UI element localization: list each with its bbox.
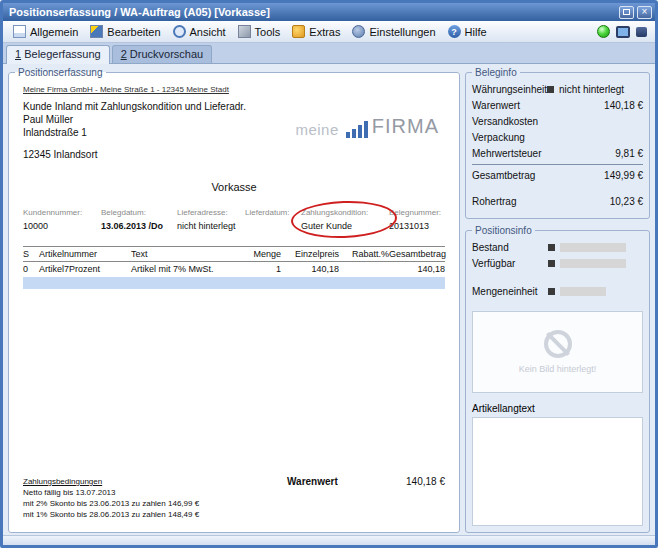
logo-text-firma: FIRMA [372, 115, 439, 138]
payment-terms-line: mit 1% Skonto bis 28.06.2013 zu zahlen 1… [23, 509, 253, 520]
field-belegnummer: Belegnummer: 20131013 [389, 208, 445, 232]
menu-tools[interactable]: Tools [232, 23, 287, 40]
menu-tools-label: Tools [255, 26, 281, 38]
tools-icon [238, 25, 251, 38]
field-lieferdatum: Lieferdatum: [245, 208, 301, 232]
indicator-square-icon [547, 86, 554, 93]
positionsinfo-legend: Positionsinfo [472, 225, 535, 236]
bestand-value-block [560, 243, 626, 252]
menu-allgemein-label: Allgemein [30, 26, 78, 38]
window-title: Positionserfassung / WA-Auftrag (A05) [V… [9, 6, 616, 18]
artikellangtext-box[interactable] [472, 417, 643, 526]
tab-belegerfassung[interactable]: 1 Belegerfassung [6, 45, 110, 64]
menu-einstellungen[interactable]: Einstellungen [346, 23, 441, 40]
pi-row-bestand: Bestand [472, 239, 643, 255]
positionserfassung-legend: Positionserfassung [15, 67, 106, 78]
positions-table: S Artikelnummer Text Menge Einzelpreis R… [23, 246, 445, 289]
positionserfassung-panel: Positionserfassung Meine Firma GmbH - Me… [8, 67, 460, 533]
field-kundennummer: Kundennummer: 10000 [23, 208, 101, 232]
restore-button[interactable] [619, 6, 634, 19]
menu-allgemein[interactable]: Allgemein [7, 23, 84, 40]
beleginfo-panel: Beleginfo Währungseinheit nicht hinterle… [465, 67, 650, 219]
tab-druckvorschau-label: 2 Druckvorschau [121, 48, 204, 60]
table-header-row: S Artikelnummer Text Menge Einzelpreis R… [23, 246, 445, 262]
footer-total-label: Warenwert [287, 476, 338, 487]
no-image-text: Kein Bild hinterlegt! [519, 364, 597, 374]
pi-row-mengeneinheit: Mengeneinheit [472, 283, 643, 299]
positionsinfo-panel: Positionsinfo Bestand Verfügbar Mengenei… [465, 225, 650, 533]
pi-row-verfuegbar: Verfügbar [472, 255, 643, 271]
payment-terms-line: Netto fällig bis 13.07.2013 [23, 487, 253, 498]
document-preview: Meine Firma GmbH - Meine Straße 1 - 1234… [15, 81, 453, 526]
bar-chart-logo-icon [346, 121, 368, 138]
payment-terms: Zahlungsbedingungen Netto fällig bis 13.… [23, 476, 253, 520]
info-row-versandkosten: Versandkosten [472, 113, 643, 129]
info-row-verpackung: Verpackung [472, 129, 643, 145]
menu-bearbeiten[interactable]: Bearbeiten [84, 23, 166, 40]
info-row-warenwert: Warenwert 140,18 € [472, 97, 643, 113]
info-row-mehrwertsteuer: Mehrwertsteuer 9,81 € [472, 145, 643, 161]
field-lieferadresse: Lieferadresse: nicht hinterlegt [177, 208, 245, 232]
footer-total-row: Warenwert 140,18 € [253, 476, 445, 487]
sender-line: Meine Firma GmbH - Meine Straße 1 - 1234… [23, 85, 445, 94]
device-icon[interactable] [636, 27, 647, 37]
recipient-line: Kunde Inland mit Zahlungskondition und L… [23, 100, 445, 113]
info-row-waehrungseinheit: Währungseinheit nicht hinterlegt [472, 81, 643, 97]
payment-terms-title: Zahlungsbedingungen [23, 476, 253, 487]
title-bar: Positionserfassung / WA-Auftrag (A05) [V… [3, 3, 655, 21]
app-window: Positionserfassung / WA-Auftrag (A05) [V… [0, 0, 658, 548]
field-zahlungskondition: Zahlungskondition: Guter Kunde [301, 208, 389, 232]
logo-text-meine: meine [295, 121, 338, 138]
settings-gear-icon [352, 25, 365, 38]
artikellangtext-label: Artikellangtext [472, 403, 643, 414]
recipient-line: 12345 Inlandsort [23, 148, 445, 161]
menu-extras-label: Extras [309, 26, 340, 38]
tab-bar: 1 Belegerfassung 2 Druckvorschau [3, 43, 655, 64]
no-image-icon [544, 330, 572, 358]
extras-icon [292, 25, 305, 38]
beleginfo-legend: Beleginfo [472, 67, 520, 78]
menu-bearbeiten-label: Bearbeiten [107, 26, 160, 38]
selected-empty-row[interactable] [23, 277, 445, 289]
article-image-box[interactable]: Kein Bild hinterlegt! [472, 311, 643, 393]
verfuegbar-value-block [560, 259, 626, 268]
close-button[interactable]: × [637, 6, 652, 19]
field-belegdatum: Belegdatum: 13.06.2013 /Do [101, 208, 177, 232]
toolbar-right [597, 25, 651, 38]
indicator-square-icon [548, 244, 555, 251]
view-icon [173, 25, 186, 38]
mengeneinheit-value-block [560, 287, 606, 296]
document-footer: Zahlungsbedingungen Netto fällig bis 13.… [23, 476, 445, 520]
form-icon [13, 25, 26, 38]
help-icon: ? [448, 25, 461, 38]
menu-ansicht[interactable]: Ansicht [167, 23, 232, 40]
indicator-square-icon [548, 260, 555, 267]
company-logo: meine FIRMA [295, 115, 439, 138]
info-row-gesamtbetrag: Gesamtbetrag 149,99 € [472, 164, 643, 183]
menu-einstellungen-label: Einstellungen [369, 26, 435, 38]
menu-hilfe-label: Hilfe [465, 26, 487, 38]
document-header-fields: Kundennummer: 10000 Belegdatum: 13.06.20… [23, 208, 445, 232]
main-content: Positionserfassung Meine Firma GmbH - Me… [3, 64, 655, 535]
tab-belegerfassung-label: 1 Belegerfassung [15, 48, 101, 60]
footer-total-value: 140,18 € [406, 476, 445, 487]
monitor-icon[interactable] [616, 26, 630, 38]
document-type: Vorkasse [23, 181, 445, 193]
table-row[interactable]: 0 Artikel7Prozent Artikel mit 7% MwSt. 1… [23, 262, 445, 276]
right-column: Beleginfo Währungseinheit nicht hinterle… [465, 67, 650, 533]
tab-druckvorschau[interactable]: 2 Druckvorschau [112, 45, 213, 63]
indicator-square-icon [548, 288, 555, 295]
payment-terms-line: mit 2% Skonto bis 23.06.2013 zu zahlen 1… [23, 498, 253, 509]
info-row-rohertrag: Rohertrag 10,23 € [472, 193, 643, 209]
status-bar [3, 535, 655, 545]
restore-icon [623, 9, 630, 15]
online-status-icon[interactable] [597, 25, 610, 38]
menu-ansicht-label: Ansicht [190, 26, 226, 38]
menu-hilfe[interactable]: ? Hilfe [442, 23, 493, 40]
menu-bar: Allgemein Bearbeiten Ansicht Tools Extra… [3, 21, 655, 43]
menu-extras[interactable]: Extras [286, 23, 346, 40]
edit-icon [90, 25, 103, 38]
